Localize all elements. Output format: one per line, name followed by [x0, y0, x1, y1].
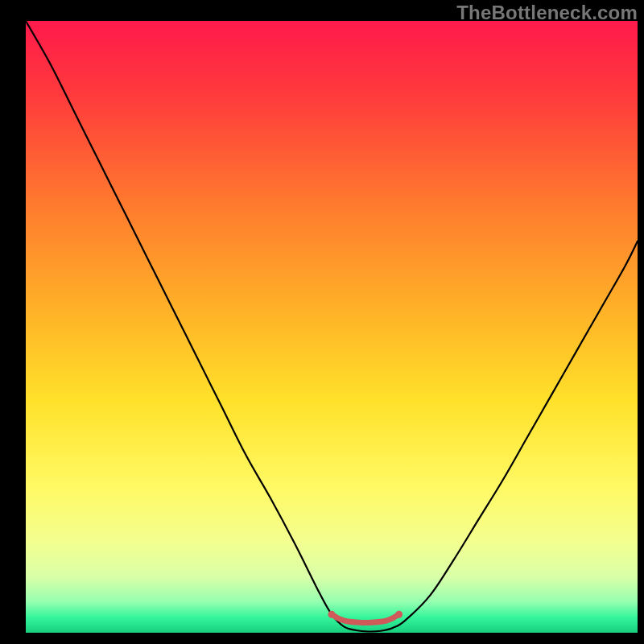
chart-frame	[26, 21, 638, 633]
watermark-text: TheBottleneck.com	[456, 2, 638, 24]
gradient-background	[26, 21, 638, 633]
valley-marker-endpoint	[328, 611, 336, 618]
bottleneck-chart	[26, 21, 638, 633]
valley-marker-endpoint	[395, 611, 402, 618]
